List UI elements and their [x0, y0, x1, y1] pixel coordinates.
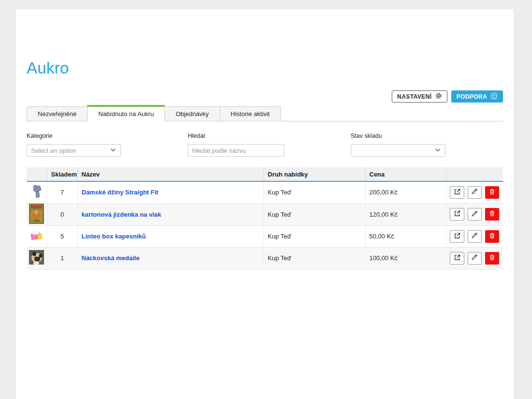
chevron-down-icon [110, 147, 117, 155]
external-link-icon [454, 210, 461, 219]
stock-select[interactable] [351, 144, 445, 157]
header-actions: NASTAVENÍ PODPORA ? [27, 90, 503, 103]
question-icon: ? [490, 92, 498, 101]
column-stock: Skladem [47, 167, 77, 181]
stock-cell: 1 [47, 247, 77, 269]
offer-type-cell: Kup Teď [264, 181, 365, 203]
search-filter-label: Hledat [188, 133, 284, 139]
product-link[interactable]: Linteo box kapesníků [82, 233, 146, 240]
offer-type-cell: Kup Teď [264, 203, 365, 225]
tissue-box-thumbnail [30, 230, 43, 241]
tab-objednavky[interactable]: Objednávky [164, 106, 220, 121]
gear-icon [435, 92, 442, 101]
name-cell: Náckovská medaile [77, 247, 264, 269]
column-offer-type: Druh nabídky [264, 167, 365, 181]
external-link-icon [454, 232, 461, 241]
edit-button[interactable] [468, 230, 482, 243]
open-listing-button[interactable] [450, 186, 464, 199]
tab-label: Objednávky [176, 110, 209, 118]
pencil-icon [471, 188, 478, 196]
table-row: 5Linteo box kapesníkůKup Teď50,00 Kč [27, 225, 503, 247]
price-cell: 100,00 Kč [365, 247, 446, 269]
column-thumbnail [27, 167, 47, 181]
delete-button[interactable] [485, 186, 499, 199]
train-ticket-thumbnail [29, 204, 44, 224]
table-row: 7Dámské džíny Straight FitKup Teď200,00 … [27, 181, 503, 203]
delete-button[interactable] [485, 208, 499, 221]
product-link[interactable]: Dámské džíny Straight Fit [82, 189, 159, 196]
delete-button[interactable] [485, 252, 499, 265]
offer-type-cell: Kup Teď [264, 247, 365, 269]
pencil-icon [471, 210, 478, 219]
edit-button[interactable] [468, 208, 482, 221]
trash-icon [489, 210, 495, 218]
category-select-placeholder: Select an option [31, 147, 76, 154]
name-cell: kartonová jízdenka na vlak [77, 203, 264, 225]
tab-bar: Nezveřejněné Nabídnuto na Aukru Objednáv… [27, 105, 503, 121]
trash-icon [489, 254, 495, 262]
offers-table-body: 7Dámské džíny Straight FitKup Teď200,00 … [27, 181, 503, 269]
price-cell: 120,00 Kč [365, 203, 446, 225]
tab-label: Nezveřejněné [38, 110, 76, 118]
tab-nabidnuto-na-aukru[interactable]: Nabídnuto na Aukru [87, 105, 165, 121]
pencil-icon [471, 232, 478, 240]
trash-icon [489, 233, 495, 240]
product-thumbnail-cell [27, 181, 47, 203]
offers-table: Skladem Název Druh nabídky Cena 7Dámské … [27, 167, 503, 269]
column-price: Cena [365, 167, 446, 181]
table-row: 1Náckovská medaileKup Teď100,00 Kč [27, 247, 503, 269]
tab-label: Nabídnuto na Aukru [98, 110, 154, 118]
actions-cell [446, 225, 503, 247]
tab-label: Historie aktivit [231, 110, 270, 118]
stock-cell: 0 [47, 203, 77, 225]
actions-cell [446, 181, 503, 203]
offers-table-header: Skladem Název Druh nabídky Cena [27, 167, 503, 181]
price-cell: 50,00 Kč [365, 225, 446, 247]
support-button-label: PODPORA [457, 93, 487, 100]
category-filter-label: Kategorie [27, 133, 121, 139]
offer-type-cell: Kup Teď [264, 225, 365, 247]
open-listing-button[interactable] [450, 252, 464, 265]
svg-text:?: ? [493, 94, 495, 98]
product-link[interactable]: kartonová jízdenka na vlak [82, 211, 162, 218]
open-listing-button[interactable] [450, 230, 464, 243]
stock-filter-label: Stav skladu [351, 133, 445, 139]
main-panel: Aukro NASTAVENÍ PODPORA ? Nezveřejněné N… [16, 9, 514, 399]
filters-row: Kategorie Select an option Hledat Stav s… [27, 133, 503, 157]
external-link-icon [454, 188, 461, 197]
table-row: 0kartonová jízdenka na vlakKup Teď120,00… [27, 203, 503, 225]
product-thumbnail-cell [27, 203, 47, 225]
edit-button[interactable] [468, 252, 482, 265]
open-listing-button[interactable] [450, 208, 464, 221]
edit-button[interactable] [468, 186, 482, 199]
pug-dog-thumbnail [29, 250, 44, 265]
stock-cell: 7 [47, 181, 77, 203]
column-name: Název [77, 167, 264, 181]
jeans-thumbnail [30, 183, 44, 200]
chevron-down-icon [434, 147, 441, 155]
pencil-icon [471, 254, 478, 262]
settings-button-label: NASTAVENÍ [397, 93, 431, 100]
external-link-icon [454, 254, 461, 263]
actions-cell [446, 247, 503, 269]
support-button[interactable]: PODPORA ? [451, 90, 503, 103]
price-cell: 200,00 Kč [365, 181, 446, 203]
search-input[interactable] [188, 144, 284, 157]
category-select[interactable]: Select an option [27, 144, 121, 157]
product-thumbnail-cell [27, 247, 47, 269]
trash-icon [489, 189, 495, 196]
product-link[interactable]: Náckovská medaile [82, 254, 140, 262]
stock-cell: 5 [47, 225, 77, 247]
name-cell: Dámské džíny Straight Fit [77, 181, 264, 203]
delete-button[interactable] [485, 230, 499, 243]
settings-button[interactable]: NASTAVENÍ [392, 90, 447, 103]
page-title: Aukro [27, 9, 503, 78]
column-actions [446, 167, 503, 181]
product-thumbnail-cell [27, 225, 47, 247]
name-cell: Linteo box kapesníků [77, 225, 264, 247]
actions-cell [446, 203, 503, 225]
tab-historie-aktivit[interactable]: Historie aktivit [220, 106, 281, 121]
tab-nezverejnene[interactable]: Nezveřejněné [27, 106, 88, 121]
